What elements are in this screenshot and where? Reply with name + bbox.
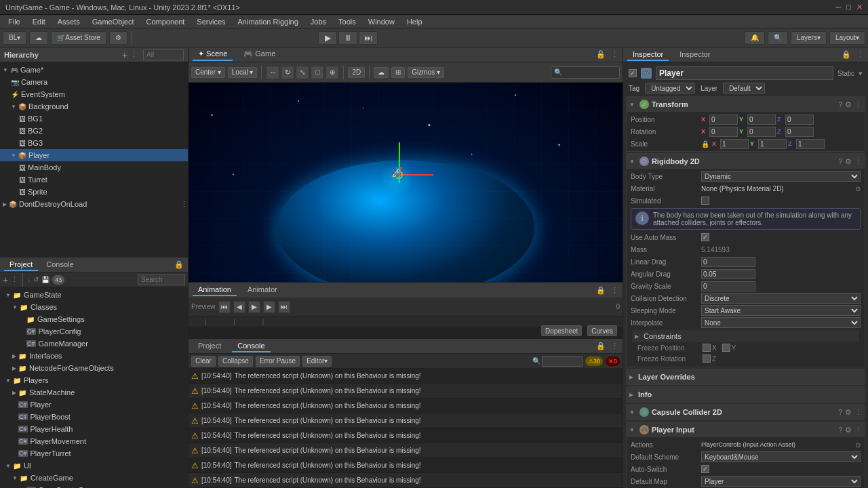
gravity-scale-input[interactable] bbox=[701, 281, 755, 291]
anim-prev[interactable]: ◀ bbox=[233, 301, 245, 313]
hier-dontdestroy[interactable]: ▶ 📦 DontDestroyOnLoad ⋮ bbox=[0, 198, 188, 210]
asset-store-btn[interactable]: 🛒 Asset Store bbox=[51, 31, 106, 45]
rigidbody-header[interactable]: ▼ ⬡ Rigidbody 2D ? ⚙ ⋮ bbox=[627, 154, 865, 169]
project-import-btn[interactable]: ↓ bbox=[27, 276, 31, 283]
proj-players[interactable]: ▼ 📁 Players bbox=[0, 374, 188, 386]
inspector-lock-btn[interactable]: 🔒 bbox=[842, 50, 851, 59]
tab-scene[interactable]: ✦ Scene bbox=[193, 48, 233, 61]
static-dropdown[interactable]: ▾ bbox=[859, 69, 863, 78]
rigidbody-settings[interactable]: ⚙ bbox=[845, 157, 852, 166]
scene-tool-move[interactable]: ↔ bbox=[266, 66, 279, 79]
pause-button[interactable]: ⏸ bbox=[338, 31, 357, 45]
simulated-checkbox[interactable] bbox=[701, 197, 709, 205]
constraints-foldout[interactable]: ▶ Constraints bbox=[632, 330, 859, 342]
local-dropdown[interactable]: Local ▾ bbox=[228, 67, 258, 78]
angular-drag-input[interactable] bbox=[701, 269, 755, 279]
minimize-btn[interactable]: ─ bbox=[836, 3, 842, 12]
anim-next-frame[interactable]: ⏭ bbox=[278, 301, 290, 313]
sleeping-mode-dropdown[interactable]: Start Awake bbox=[701, 305, 861, 316]
error-pause-btn[interactable]: Error Pause bbox=[256, 356, 300, 367]
pos-z-input[interactable] bbox=[785, 115, 814, 125]
editor-dropdown[interactable]: Editor ▾ bbox=[302, 356, 332, 367]
proj-gamestate[interactable]: ▼ 📁 GameState bbox=[0, 289, 188, 301]
clear-btn[interactable]: Clear bbox=[191, 356, 216, 367]
2d-toggle[interactable]: 2D bbox=[348, 67, 365, 78]
rot-x-input[interactable] bbox=[709, 127, 738, 137]
info-header[interactable]: ▶ Info bbox=[627, 387, 865, 402]
proj-creategame[interactable]: ▼ 📁 CreateGame bbox=[0, 472, 188, 484]
center-dropdown[interactable]: Center ▾ bbox=[191, 67, 225, 78]
scene-lock-btn[interactable]: 🔓 bbox=[596, 50, 606, 59]
console-menu-btn[interactable]: ⋮ bbox=[611, 342, 618, 350]
search-btn[interactable]: 🔍 bbox=[768, 31, 788, 45]
linear-drag-input[interactable] bbox=[701, 257, 755, 267]
project-refresh-btn[interactable]: ↺ bbox=[33, 276, 39, 283]
rot-y-input[interactable] bbox=[747, 127, 776, 137]
freeze-rot-z-cb[interactable] bbox=[703, 354, 711, 363]
scene-tool-transform[interactable]: ⊕ bbox=[326, 66, 339, 79]
material-select-btn[interactable]: ⊙ bbox=[855, 185, 861, 192]
proj-gamemanager[interactable]: ▶ C# GameManager bbox=[0, 338, 188, 350]
layout-btn[interactable]: Layout ▾ bbox=[829, 31, 865, 45]
layer-dropdown[interactable]: Default bbox=[723, 83, 765, 94]
proj-netcode[interactable]: ▶ 📁 NetcodeForGameObjects bbox=[0, 362, 188, 374]
pos-x-input[interactable] bbox=[709, 115, 738, 125]
layer-overrides-header[interactable]: ▶ Layer Overrides bbox=[627, 369, 865, 384]
cloud-btn[interactable]: ☁ bbox=[29, 31, 48, 45]
menu-jobs[interactable]: Jobs bbox=[305, 16, 332, 27]
collision-detect-dropdown[interactable]: Discrete bbox=[701, 293, 861, 304]
log-row-4[interactable]: ⚠ [10:54:40] The referenced script (Unkn… bbox=[189, 413, 623, 428]
player-input-settings[interactable]: ⚙ bbox=[845, 426, 852, 434]
project-lock-btn[interactable]: 🔒 bbox=[174, 260, 184, 269]
anim-prev-frame[interactable]: ⏮ bbox=[218, 301, 231, 313]
collider-menu[interactable]: ⋮ bbox=[854, 408, 862, 417]
pos-y-input[interactable] bbox=[747, 115, 776, 125]
close-btn[interactable]: ✕ bbox=[856, 3, 863, 12]
menu-edit[interactable]: Edit bbox=[27, 16, 51, 27]
hier-background[interactable]: ▼ 📦 Background bbox=[0, 100, 188, 113]
scale-z-input[interactable] bbox=[796, 139, 825, 149]
auto-switch-checkbox[interactable]: ✓ bbox=[701, 465, 709, 473]
hierarchy-menu-btn[interactable]: ⋮ bbox=[130, 50, 138, 59]
menu-assets[interactable]: Assets bbox=[52, 16, 85, 27]
scene-tool-rect[interactable]: □ bbox=[311, 66, 324, 79]
tab-animation[interactable]: Animation bbox=[193, 284, 237, 296]
maximize-btn[interactable]: □ bbox=[846, 3, 851, 12]
rot-z-input[interactable] bbox=[785, 127, 814, 137]
anim-play[interactable]: ▶ bbox=[248, 301, 260, 313]
player-input-header[interactable]: ▼ 🎮 Player Input ? ⚙ ⋮ bbox=[627, 422, 865, 437]
proj-statemachine[interactable]: ▶ 📁 StateMachine bbox=[0, 386, 188, 399]
proj-interfaces[interactable]: ▶ 📁 Interfaces bbox=[0, 350, 188, 362]
tab-animator[interactable]: Animator bbox=[242, 284, 283, 296]
project-save-btn[interactable]: 💾 bbox=[41, 276, 50, 283]
anim-menu-btn[interactable]: ⋮ bbox=[611, 286, 618, 295]
proj-canvcreate[interactable]: ▶ C# CanvCreateGame bbox=[0, 484, 188, 488]
menu-services[interactable]: Services bbox=[191, 16, 231, 27]
hier-game[interactable]: ▼ 🎮 Game* bbox=[0, 64, 188, 76]
hier-player[interactable]: ▼ 📦 Player bbox=[0, 149, 188, 161]
player-input-menu[interactable]: ⋮ bbox=[854, 426, 862, 434]
capsule-collider-header[interactable]: ▼ ○ Capsule Collider 2D ? ⚙ ⋮ bbox=[627, 405, 865, 420]
proj-playerconfig[interactable]: ▶ C# PlayerConfig bbox=[0, 325, 188, 338]
layers-btn[interactable]: Layers ▾ bbox=[791, 31, 827, 45]
freeze-pos-x-cb[interactable] bbox=[703, 344, 711, 352]
tab-project[interactable]: Project bbox=[4, 259, 38, 271]
tab-project-console[interactable]: Project bbox=[193, 340, 226, 352]
menu-animation-rigging[interactable]: Animation Rigging bbox=[233, 16, 304, 27]
scene-menu-btn[interactable]: ⋮ bbox=[611, 50, 618, 59]
tab-console-proj[interactable]: Console bbox=[41, 259, 79, 271]
proj-playerhealth[interactable]: ▶ C# PlayerHealth bbox=[0, 423, 188, 435]
menu-tools[interactable]: Tools bbox=[333, 16, 361, 27]
anim-next[interactable]: ▶ bbox=[263, 301, 275, 313]
log-row-1[interactable]: ⚠ [10:54:40] The referenced script (Unkn… bbox=[189, 369, 623, 384]
hier-camera[interactable]: 📷 Camera bbox=[0, 76, 188, 88]
dopesheet-btn[interactable]: Dopesheet bbox=[541, 325, 582, 336]
menu-file[interactable]: File bbox=[3, 16, 26, 27]
hier-eventsystem[interactable]: ⚡ EventSystem bbox=[0, 88, 188, 100]
scene-grid[interactable]: ⊞ bbox=[391, 67, 405, 78]
freeze-rot-z[interactable]: Z bbox=[703, 354, 716, 363]
log-row-8[interactable]: ⚠ [10:54:40] The referenced script (Unkn… bbox=[189, 473, 623, 488]
menu-window[interactable]: Window bbox=[363, 16, 400, 27]
rigidbody-menu[interactable]: ⋮ bbox=[854, 157, 862, 166]
scene-tool-rotate[interactable]: ↻ bbox=[281, 66, 294, 79]
